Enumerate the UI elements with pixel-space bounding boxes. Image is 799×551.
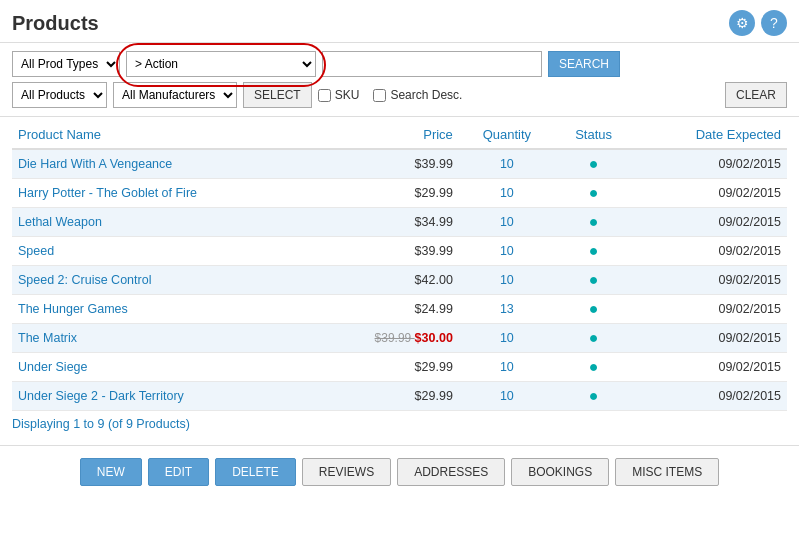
- date-cell: 09/02/2015: [632, 237, 787, 266]
- table-row: Lethal Weapon$34.9910●09/02/2015: [12, 208, 787, 237]
- table-row: Harry Potter - The Goblet of Fire$29.991…: [12, 179, 787, 208]
- action-select[interactable]: > Action: [126, 51, 316, 77]
- select-button[interactable]: SELECT: [243, 82, 312, 108]
- col-quantity: Quantity: [459, 121, 555, 149]
- product-name-link[interactable]: Lethal Weapon: [18, 215, 102, 229]
- search-desc-checkbox-label: Search Desc.: [373, 88, 462, 102]
- price-cell: $24.99: [315, 295, 458, 324]
- price-cell: $29.99: [315, 353, 458, 382]
- qty-cell: 10: [459, 382, 555, 411]
- status-cell: ●: [555, 208, 633, 237]
- product-name-link[interactable]: Speed 2: Cruise Control: [18, 273, 151, 287]
- status-cell: ●: [555, 324, 633, 353]
- clear-button[interactable]: CLEAR: [725, 82, 787, 108]
- qty-cell: 10: [459, 208, 555, 237]
- date-cell: 09/02/2015: [632, 324, 787, 353]
- date-cell: 09/02/2015: [632, 295, 787, 324]
- col-price: Price: [315, 121, 458, 149]
- status-cell: ●: [555, 295, 633, 324]
- all-products-select[interactable]: All Products: [12, 82, 107, 108]
- paging-text: Displaying 1 to 9 (of 9 Products): [12, 417, 190, 431]
- product-name-cell: Lethal Weapon: [12, 208, 315, 237]
- table-body: Die Hard With A Vengeance$39.9910●09/02/…: [12, 149, 787, 411]
- sku-checkbox-label: SKU: [318, 88, 360, 102]
- status-cell: ●: [555, 382, 633, 411]
- new-button[interactable]: NEW: [80, 458, 142, 486]
- col-status: Status: [555, 121, 633, 149]
- gear-icon[interactable]: ⚙: [729, 10, 755, 36]
- table-row: Die Hard With A Vengeance$39.9910●09/02/…: [12, 149, 787, 179]
- misc-items-button[interactable]: MISC ITEMS: [615, 458, 719, 486]
- status-dot: ●: [589, 358, 599, 375]
- status-dot: ●: [589, 213, 599, 230]
- prod-types-select[interactable]: All Prod Types: [12, 51, 120, 77]
- action-dropdown-wrapper: > Action: [126, 51, 316, 77]
- status-dot: ●: [589, 155, 599, 172]
- table-header-row: Product Name Price Quantity Status Date …: [12, 121, 787, 149]
- date-cell: 09/02/2015: [632, 208, 787, 237]
- help-icon[interactable]: ?: [761, 10, 787, 36]
- product-name-cell: The Hunger Games: [12, 295, 315, 324]
- status-dot: ●: [589, 184, 599, 201]
- col-date-expected: Date Expected: [632, 121, 787, 149]
- paging-info: Displaying 1 to 9 (of 9 Products): [0, 411, 799, 439]
- all-manufacturers-select[interactable]: All Manufacturers: [113, 82, 237, 108]
- addresses-button[interactable]: ADDRESSES: [397, 458, 505, 486]
- header-icons: ⚙ ?: [729, 10, 787, 36]
- toolbar-row-2: All Products All Manufacturers SELECT SK…: [12, 82, 787, 108]
- product-name-link[interactable]: The Matrix: [18, 331, 77, 345]
- date-cell: 09/02/2015: [632, 266, 787, 295]
- product-name-cell: Die Hard With A Vengeance: [12, 149, 315, 179]
- price-cell: $29.99: [315, 382, 458, 411]
- bookings-button[interactable]: BOOKINGS: [511, 458, 609, 486]
- date-cell: 09/02/2015: [632, 382, 787, 411]
- qty-cell: 10: [459, 179, 555, 208]
- product-name-link[interactable]: Die Hard With A Vengeance: [18, 157, 172, 171]
- table-row: Under Siege$29.9910●09/02/2015: [12, 353, 787, 382]
- qty-cell: 10: [459, 324, 555, 353]
- sku-checkbox[interactable]: [318, 89, 331, 102]
- status-dot: ●: [589, 242, 599, 259]
- status-cell: ●: [555, 179, 633, 208]
- edit-button[interactable]: EDIT: [148, 458, 209, 486]
- status-cell: ●: [555, 237, 633, 266]
- page-header: Products ⚙ ?: [0, 0, 799, 43]
- search-desc-checkbox[interactable]: [373, 89, 386, 102]
- product-name-link[interactable]: Under Siege 2 - Dark Territory: [18, 389, 184, 403]
- product-name-cell: Speed 2: Cruise Control: [12, 266, 315, 295]
- search-desc-label: Search Desc.: [390, 88, 462, 102]
- page-title: Products: [12, 12, 99, 35]
- product-name-cell: Under Siege 2 - Dark Territory: [12, 382, 315, 411]
- qty-cell: 13: [459, 295, 555, 324]
- product-name-link[interactable]: The Hunger Games: [18, 302, 128, 316]
- toolbar: All Prod Types > Action SEARCH All Produ…: [0, 43, 799, 117]
- date-cell: 09/02/2015: [632, 179, 787, 208]
- search-input[interactable]: [322, 51, 542, 77]
- status-dot: ●: [589, 329, 599, 346]
- qty-cell: 10: [459, 149, 555, 179]
- date-cell: 09/02/2015: [632, 149, 787, 179]
- qty-cell: 10: [459, 353, 555, 382]
- table-row: The Hunger Games$24.9913●09/02/2015: [12, 295, 787, 324]
- product-name-link[interactable]: Under Siege: [18, 360, 88, 374]
- table-row: Under Siege 2 - Dark Territory$29.9910●0…: [12, 382, 787, 411]
- date-cell: 09/02/2015: [632, 353, 787, 382]
- sku-label: SKU: [335, 88, 360, 102]
- search-button[interactable]: SEARCH: [548, 51, 620, 77]
- product-name-link[interactable]: Harry Potter - The Goblet of Fire: [18, 186, 197, 200]
- toolbar-row-1: All Prod Types > Action SEARCH: [12, 51, 787, 77]
- product-name-link[interactable]: Speed: [18, 244, 54, 258]
- qty-cell: 10: [459, 237, 555, 266]
- table-row: Speed 2: Cruise Control$42.0010●09/02/20…: [12, 266, 787, 295]
- price-cell: $39.99: [315, 237, 458, 266]
- price-cell: $29.99: [315, 179, 458, 208]
- delete-button[interactable]: DELETE: [215, 458, 296, 486]
- status-cell: ●: [555, 266, 633, 295]
- reviews-button[interactable]: REVIEWS: [302, 458, 391, 486]
- original-price: $39.99: [375, 331, 415, 345]
- products-table: Product Name Price Quantity Status Date …: [12, 121, 787, 411]
- price-cell: $34.99: [315, 208, 458, 237]
- status-dot: ●: [589, 300, 599, 317]
- status-dot: ●: [589, 271, 599, 288]
- table-row: The Matrix$39.99 $30.0010●09/02/2015: [12, 324, 787, 353]
